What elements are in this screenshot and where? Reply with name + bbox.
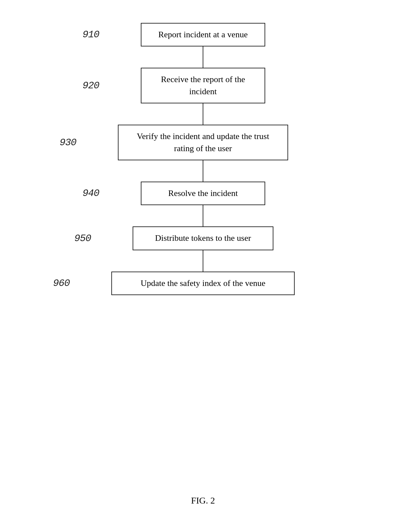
step-label-960: 960 bbox=[53, 276, 70, 290]
diagram-container: 910 Report incident at a venue 920 Recei… bbox=[0, 13, 406, 532]
connector-930-940 bbox=[203, 160, 203, 182]
step-label-910: 910 bbox=[83, 28, 99, 42]
connector-920-930 bbox=[203, 103, 203, 125]
step-row-920: 920 Receive the report of the incident bbox=[56, 68, 350, 103]
step-label-920: 920 bbox=[83, 79, 99, 93]
step-box-940: 940 Resolve the incident bbox=[141, 182, 265, 205]
step-box-930: 930 Verify the incident and update the t… bbox=[118, 125, 288, 160]
connector-940-950 bbox=[203, 205, 203, 226]
step-box-910: 910 Report incident at a venue bbox=[141, 23, 265, 46]
step-text-930: Verify the incident and update the trust… bbox=[137, 132, 269, 153]
step-box-960: 960 Update the safety index of the venue bbox=[111, 272, 295, 295]
flow-wrapper: 910 Report incident at a venue 920 Recei… bbox=[56, 23, 350, 295]
step-label-950: 950 bbox=[74, 232, 91, 245]
step-row-940: 940 Resolve the incident bbox=[56, 182, 350, 205]
step-text-920: Receive the report of the incident bbox=[161, 75, 245, 96]
step-text-910: Report incident at a venue bbox=[158, 30, 248, 39]
step-box-950: 950 Distribute tokens to the user bbox=[133, 226, 273, 250]
step-row-910: 910 Report incident at a venue bbox=[56, 23, 350, 46]
step-label-940: 940 bbox=[83, 186, 99, 200]
step-text-950: Distribute tokens to the user bbox=[155, 233, 251, 243]
step-label-930: 930 bbox=[60, 136, 76, 150]
connector-910-920 bbox=[203, 46, 203, 68]
step-row-950: 950 Distribute tokens to the user bbox=[56, 226, 350, 250]
figure-caption: FIG. 2 bbox=[191, 495, 215, 506]
step-text-960: Update the safety index of the venue bbox=[140, 278, 265, 288]
step-row-930: 930 Verify the incident and update the t… bbox=[56, 125, 350, 160]
step-box-920: 920 Receive the report of the incident bbox=[141, 68, 265, 103]
step-row-960: 960 Update the safety index of the venue bbox=[56, 272, 350, 295]
step-text-940: Resolve the incident bbox=[168, 188, 238, 198]
connector-950-960 bbox=[203, 250, 203, 272]
